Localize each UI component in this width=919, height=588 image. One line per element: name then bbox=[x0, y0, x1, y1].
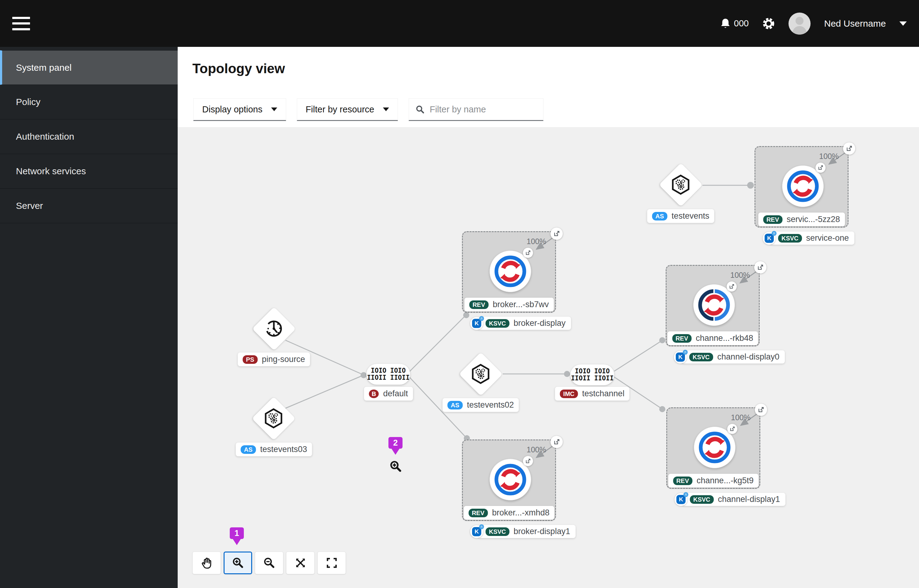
sidebar-item-system-panel[interactable]: System panel bbox=[0, 50, 178, 85]
ksvc-badge: KSVC bbox=[689, 353, 713, 361]
masthead: 000 Ned Username bbox=[0, 0, 919, 47]
as-badge: AS bbox=[447, 401, 463, 409]
event-source-testevents03[interactable] bbox=[252, 397, 295, 440]
fullscreen-button[interactable] bbox=[317, 552, 346, 574]
rev-badge: REV bbox=[672, 334, 691, 343]
avatar[interactable] bbox=[788, 13, 811, 35]
sidebar-item-authentication[interactable]: Authentication bbox=[0, 120, 178, 154]
chevron-down-icon bbox=[383, 108, 389, 111]
openshift-logo-icon bbox=[493, 462, 528, 497]
source-name: testevents bbox=[672, 211, 709, 221]
ksvc-badge: KSVC bbox=[778, 234, 802, 242]
label-default[interactable]: B default bbox=[364, 387, 413, 401]
external-link-icon[interactable] bbox=[755, 404, 767, 416]
clock-icon bbox=[264, 318, 284, 339]
channel-node-testchannel[interactable]: IOIO IOIO IIOII IIOII bbox=[570, 364, 614, 385]
sidebar: System panel Policy Authentication Netwo… bbox=[0, 47, 178, 588]
pan-button[interactable] bbox=[192, 552, 221, 574]
group-channel-display0[interactable]: 100% REV chann bbox=[665, 265, 760, 346]
openshift-logo-icon bbox=[697, 430, 732, 465]
traffic-percentage: 100% bbox=[716, 413, 751, 422]
topology-canvas[interactable]: 100% REV servic...-5zz28 bbox=[178, 127, 919, 588]
source-name: testevents02 bbox=[467, 400, 514, 410]
group-service-one[interactable]: 100% REV servic...-5zz28 bbox=[754, 146, 848, 228]
event-source-ping-source[interactable] bbox=[252, 307, 296, 351]
filter-by-name-searchbox[interactable] bbox=[409, 98, 543, 121]
event-source-testevents02[interactable] bbox=[459, 352, 502, 396]
revision-label[interactable]: REV servic...-5zz28 bbox=[758, 213, 845, 226]
zoom-in-icon bbox=[232, 556, 244, 569]
filter-by-resource-dropdown[interactable]: Filter by resource bbox=[297, 98, 398, 121]
rev-badge: REV bbox=[468, 509, 488, 517]
traffic-percentage: 100% bbox=[512, 237, 546, 246]
ksvc-label-broker-display1[interactable]: K n KSVC broker-display1 bbox=[470, 525, 576, 538]
ksvc-name: broker-display bbox=[514, 318, 566, 328]
ksvc-badge: KSVC bbox=[486, 527, 509, 536]
binary-icon: IIOII IIOII bbox=[571, 375, 614, 382]
menu-toggle-icon[interactable] bbox=[12, 17, 30, 30]
event-source-gears-icon bbox=[670, 174, 691, 195]
display-options-dropdown[interactable]: Display options bbox=[193, 98, 286, 121]
zoom-in-button[interactable] bbox=[224, 552, 252, 574]
revision-name: broker...-xmhd8 bbox=[492, 508, 549, 518]
label-ping-source[interactable]: PS ping-source bbox=[238, 352, 310, 366]
notifications-button[interactable]: 000 bbox=[720, 18, 749, 29]
gear-icon[interactable] bbox=[762, 17, 775, 30]
label-testevents02[interactable]: AS testevents02 bbox=[443, 398, 519, 412]
traffic-percentage: 100% bbox=[512, 445, 546, 454]
external-link-icon[interactable] bbox=[523, 456, 533, 466]
knative-icon: K n bbox=[763, 232, 776, 245]
sidebar-item-server[interactable]: Server bbox=[0, 189, 178, 223]
expand-arrows-icon bbox=[294, 557, 307, 569]
rev-badge: REV bbox=[673, 477, 692, 485]
label-testevents[interactable]: AS testevents bbox=[647, 209, 714, 223]
binary-icon: IOIO IOIO bbox=[371, 367, 406, 374]
knative-icon: K n bbox=[470, 525, 483, 538]
external-link-icon[interactable] bbox=[727, 424, 737, 434]
traffic-percentage: 100% bbox=[804, 152, 839, 161]
ksvc-name: service-one bbox=[806, 233, 849, 243]
ksvc-label-broker-display[interactable]: K n KSVC broker-display bbox=[470, 317, 571, 330]
revision-name: channe...-rkb48 bbox=[696, 333, 753, 343]
group-broker-display1[interactable]: 100% REV broker...-xmhd8 bbox=[462, 439, 556, 521]
external-link-icon[interactable] bbox=[523, 248, 533, 258]
ps-badge: PS bbox=[242, 355, 258, 364]
bell-icon bbox=[720, 18, 731, 29]
page-title: Topology view bbox=[192, 61, 285, 76]
zoom-out-button[interactable] bbox=[255, 552, 283, 574]
filter-by-name-input[interactable] bbox=[429, 104, 530, 115]
external-link-icon[interactable] bbox=[843, 142, 855, 155]
revision-label[interactable]: REV broker...-xmhd8 bbox=[464, 506, 554, 520]
page-header: Topology view Display options Filter by … bbox=[178, 47, 919, 127]
search-icon bbox=[415, 105, 425, 114]
sidebar-item-network-services[interactable]: Network services bbox=[0, 154, 178, 189]
label-testevents03[interactable]: AS testevents03 bbox=[236, 443, 312, 456]
group-broker-display[interactable]: 100% REV broker...-sb7wv bbox=[462, 231, 556, 313]
revision-label[interactable]: REV channe...-rkb48 bbox=[667, 331, 758, 345]
filter-by-resource-label: Filter by resource bbox=[306, 105, 374, 115]
external-link-icon[interactable] bbox=[816, 163, 825, 173]
ksvc-label-channel-display1[interactable]: K n KSVC channel-display1 bbox=[675, 493, 785, 506]
username[interactable]: Ned Username bbox=[824, 18, 886, 29]
revision-name: servic...-5zz28 bbox=[787, 215, 840, 224]
ksvc-label-channel-display0[interactable]: K n KSVC channel-display0 bbox=[674, 351, 785, 363]
external-link-icon[interactable] bbox=[727, 281, 737, 292]
revision-label[interactable]: REV channe...-kg5t9 bbox=[668, 474, 759, 488]
annotation-marker-2: 2 bbox=[388, 437, 402, 449]
external-link-icon[interactable] bbox=[551, 228, 563, 240]
rev-badge: REV bbox=[763, 215, 782, 224]
broker-node-default[interactable]: IOIO IOIO IIOII IIOII bbox=[367, 364, 410, 384]
group-channel-display1[interactable]: 100% REV channe...-kg5t9 bbox=[666, 407, 760, 489]
as-badge: AS bbox=[241, 445, 256, 454]
binary-icon: IIOII IIOII bbox=[367, 374, 410, 381]
sidebar-item-policy[interactable]: Policy bbox=[0, 85, 178, 120]
label-testchannel[interactable]: IMC testchannel bbox=[555, 387, 630, 401]
revision-label[interactable]: REV broker...-sb7wv bbox=[464, 298, 554, 312]
external-link-icon[interactable] bbox=[754, 261, 766, 273]
external-link-icon[interactable] bbox=[551, 436, 563, 448]
user-menu-caret-icon[interactable] bbox=[900, 21, 907, 26]
knative-icon: K n bbox=[675, 493, 687, 506]
ksvc-label-service-one[interactable]: K n KSVC service-one bbox=[763, 231, 854, 245]
fit-to-screen-button[interactable] bbox=[286, 552, 315, 574]
event-source-testevents[interactable] bbox=[659, 163, 703, 207]
